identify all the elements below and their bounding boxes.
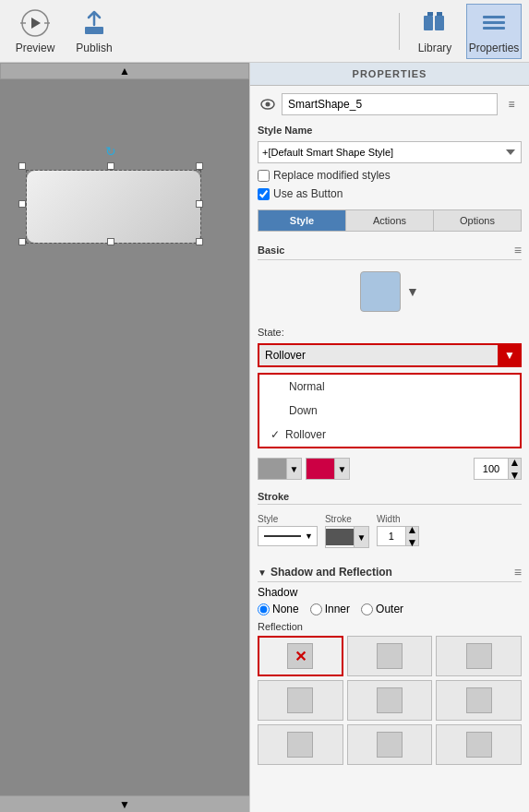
fill-arrow-1[interactable]: ▼ [286, 459, 301, 479]
handle-bm[interactable] [107, 238, 114, 245]
shadow-inner-radio[interactable] [310, 603, 322, 615]
visibility-button[interactable] [258, 94, 278, 114]
tab-options[interactable]: Options [434, 210, 521, 231]
fill-color-btn[interactable]: ▼ [258, 458, 302, 480]
shadow-none-radio[interactable] [258, 603, 270, 615]
handle-tr[interactable] [196, 162, 203, 170]
rollover-label: Rollover [285, 428, 326, 441]
style-name-select[interactable]: +[Default Smart Shape Style] [258, 141, 522, 163]
svg-rect-4 [427, 12, 433, 16]
swatch-dropdown-btn[interactable]: ▼ [406, 284, 419, 299]
shadow-inner-label: Inner [325, 603, 350, 615]
canvas-scroll-up[interactable]: ▲ [0, 63, 249, 79]
reflection-inner-4 [377, 687, 403, 713]
handle-ml[interactable] [18, 200, 26, 208]
reflection-cell-1[interactable] [347, 636, 433, 676]
stroke-style-arrow[interactable]: ▼ [305, 531, 313, 541]
shadow-inner-option[interactable]: Inner [310, 603, 350, 615]
reflection-inner-5 [466, 687, 492, 713]
properties-panel: PROPERTIES ≡ Style Name +[Default Smart … [249, 63, 529, 812]
state-dropdown-display[interactable]: Rollover [258, 343, 522, 367]
state-dropdown-menu: Normal Down ✓ Rollover [258, 373, 522, 448]
publish-icon [79, 8, 109, 38]
opacity-control: ▲▼ [474, 458, 522, 480]
shape-container[interactable]: ↻ [18, 162, 203, 245]
svg-rect-3 [435, 16, 444, 30]
reflection-inner-8 [466, 732, 492, 758]
opacity-spin[interactable]: ▲▼ [508, 459, 521, 479]
handle-mr[interactable] [196, 200, 203, 208]
reflection-cell-8[interactable] [436, 724, 522, 765]
stroke-fields: Style ▼ Stroke ▼ Width [258, 514, 522, 548]
color-swatch-row: ▼ [258, 271, 522, 312]
handle-bl[interactable] [18, 238, 26, 245]
handle-tm[interactable] [107, 162, 114, 170]
stroke-color-btn[interactable]: ▼ [325, 526, 369, 548]
rotate-handle[interactable]: ↻ [103, 144, 118, 159]
publish-button[interactable]: Publish [66, 4, 122, 59]
style-name-label: Style Name [258, 125, 522, 136]
fill-color-1 [258, 459, 286, 479]
shadow-section-menu[interactable]: ≡ [514, 565, 522, 579]
reflection-cell-7[interactable] [347, 724, 433, 765]
replace-modified-row: Replace modified styles [258, 169, 522, 182]
canvas-area: ▲ ↻ ▼ [0, 63, 249, 812]
normal-label: Normal [289, 380, 325, 393]
reflection-cell-0[interactable]: ✕ [258, 636, 343, 676]
shape-name-input[interactable] [282, 93, 498, 115]
stroke-color-arrow[interactable]: ▼ [354, 527, 368, 547]
use-as-button-checkbox[interactable] [258, 188, 270, 200]
state-option-down[interactable]: Down [259, 399, 520, 423]
state-current-value: Rollover [265, 349, 514, 362]
library-label: Library [418, 42, 452, 54]
stroke-width-input[interactable] [377, 526, 406, 546]
library-button[interactable]: Library [407, 4, 463, 59]
canvas-scroll-down[interactable]: ▼ [0, 795, 249, 812]
state-dropdown-wrapper: Rollover ▼ [258, 343, 522, 367]
fill-color-swatch[interactable] [360, 271, 401, 312]
svg-rect-1 [85, 27, 103, 34]
state-dropdown-arrow[interactable]: ▼ [498, 343, 522, 367]
reflection-cell-3[interactable] [258, 680, 343, 721]
shadow-title: ▼ Shadow and Reflection [258, 566, 392, 579]
handle-br[interactable] [196, 238, 203, 245]
fill-arrow-2[interactable]: ▼ [334, 459, 349, 479]
shadow-outer-option[interactable]: Outer [361, 603, 403, 615]
state-label: State: [258, 327, 522, 338]
handle-tl[interactable] [18, 162, 26, 170]
reflection-cell-4[interactable] [347, 680, 433, 721]
state-option-normal[interactable]: Normal [259, 375, 520, 399]
preview-button[interactable]: Preview [7, 4, 63, 59]
tab-actions[interactable]: Actions [346, 210, 434, 231]
reflection-cell-5[interactable] [436, 680, 522, 721]
shadow-none-option[interactable]: None [258, 603, 299, 615]
reflection-cell-6[interactable] [258, 724, 343, 765]
preview-label: Preview [16, 42, 55, 54]
shadow-section: ▼ Shadow and Reflection ≡ Shadow None [258, 559, 522, 765]
reflection-inner-2 [466, 643, 492, 669]
toolbar: Preview Publish Library [0, 0, 529, 63]
reflection-inner-0: ✕ [287, 643, 313, 669]
collapse-icon[interactable]: ▼ [258, 567, 267, 578]
library-icon [420, 8, 450, 38]
name-row: ≡ [258, 93, 522, 115]
fill-color-btn-2[interactable]: ▼ [306, 458, 350, 480]
opacity-input[interactable] [475, 459, 508, 479]
down-label: Down [289, 404, 318, 417]
name-list-button[interactable]: ≡ [501, 94, 522, 114]
shadow-content: Shadow None Inner Outer [258, 586, 522, 615]
shadow-outer-radio[interactable] [361, 603, 373, 615]
reflection-inner-7 [377, 732, 403, 758]
state-option-rollover[interactable]: ✓ Rollover [259, 423, 520, 447]
stroke-style-label: Style [258, 514, 318, 524]
replace-modified-checkbox[interactable] [258, 170, 270, 182]
reflection-cell-2[interactable] [436, 636, 522, 676]
properties-button[interactable]: Properties [466, 4, 522, 59]
stroke-style-select[interactable]: ▼ [258, 526, 318, 546]
tab-style[interactable]: Style [258, 210, 346, 231]
tabs-row: Style Actions Options [258, 209, 522, 232]
stroke-width-spin[interactable]: ▲▼ [406, 526, 419, 546]
rollover-check-icon: ✓ [271, 428, 280, 441]
basic-section-menu[interactable]: ≡ [514, 243, 522, 257]
red-x-icon: ✕ [295, 648, 307, 665]
